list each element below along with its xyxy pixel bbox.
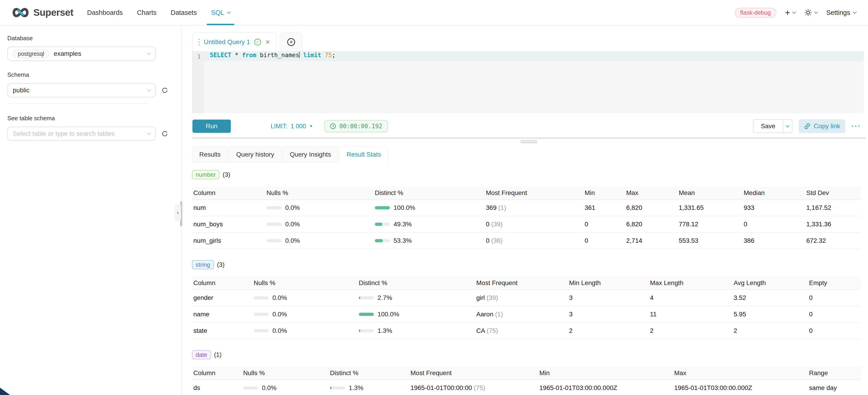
stat-value-cell: 933 (744, 204, 806, 211)
stat-value-cell: 1,331.36 (806, 221, 861, 228)
stat-value-cell: 778.12 (679, 221, 744, 228)
column-count: (1) (214, 351, 222, 358)
column-header: Max Length (650, 279, 734, 287)
settings-menu[interactable]: Settings (826, 9, 856, 17)
column-header: Column (193, 189, 267, 196)
copy-link-button[interactable]: Copy link (799, 119, 845, 133)
save-options-button[interactable] (783, 119, 792, 133)
distinct-bar-cell: 1.3% (359, 327, 476, 334)
column-header: Mean (679, 189, 744, 196)
environment-badge: flask-debug (735, 8, 776, 18)
nulls-bar-cell: 0.0% (267, 204, 375, 211)
sql-editor[interactable]: 1 SELECT * from birth_names limit 75; (192, 51, 864, 113)
new-item-menu[interactable]: + (785, 8, 796, 17)
column-name-cell: ds (193, 384, 243, 392)
percent-bar (359, 296, 374, 299)
most-frequent-cell: 369 (1) (486, 204, 585, 211)
percent-bar (375, 239, 390, 242)
panel-splitter[interactable] (192, 138, 866, 139)
tab-query-insights[interactable]: Query Insights (282, 146, 338, 163)
tab-result-stats[interactable]: Result Stats (339, 146, 388, 163)
result-tabs: Results Query history Query Insights Res… (192, 146, 868, 163)
new-query-tab-button[interactable]: + (280, 32, 303, 51)
stats-table-header: ColumnNulls %Distinct %Most FrequentMinM… (192, 367, 861, 380)
stat-value-cell: 2 (569, 327, 650, 334)
stat-value-cell: 11 (650, 311, 734, 318)
brand-title: Superset (33, 7, 73, 18)
column-header: Min (585, 189, 626, 196)
stat-value-cell: 6,820 (626, 204, 679, 211)
table-select[interactable]: Select table or type to search tables (7, 127, 156, 141)
refresh-tables-icon[interactable] (161, 130, 168, 137)
more-actions-button[interactable]: ··· (851, 122, 861, 130)
stats-row: ds0.0%1.3%1965-01-01T00:00:00 (75)1965-0… (192, 380, 861, 395)
most-frequent-cell: Aaron (1) (476, 311, 569, 318)
stats-row: num0.0%100.0%369 (1)3616,8201,331.659331… (192, 200, 861, 216)
stat-value-cell: 0 (809, 311, 861, 318)
nav-item-sql[interactable]: SQL (211, 0, 230, 25)
line-number: 1 (197, 54, 201, 60)
stat-value-cell: 386 (744, 237, 806, 244)
nav-item-charts[interactable]: Charts (137, 0, 156, 25)
stat-value-cell: 0 (585, 221, 626, 228)
column-header: Max (674, 369, 809, 377)
nav-item-datasets[interactable]: Datasets (171, 0, 197, 25)
distinct-bar-cell: 1.3% (330, 384, 410, 392)
distinct-bar-cell: 100.0% (359, 311, 476, 318)
database-name: examples (54, 50, 143, 57)
drag-handle-icon[interactable] (198, 39, 200, 40)
schema-select[interactable]: public (7, 83, 156, 97)
column-header: Most Frequent (410, 369, 539, 377)
stats-section-string: string(3)ColumnNulls %Distinct %Most Fre… (192, 260, 861, 339)
database-select[interactable]: postgresql examples (7, 47, 156, 61)
query-tab[interactable]: Untitled Query 1 ✓ ✕ (192, 32, 277, 51)
percent-label: 100.0% (394, 204, 415, 211)
mouse-cursor (0, 386, 10, 395)
collapse-sidebar-button[interactable]: ‹ (175, 204, 181, 221)
most-frequent-cell: CA (75) (476, 327, 569, 334)
stats-table-header: ColumnNulls %Distinct %Most FrequentMin … (192, 277, 861, 290)
distinct-bar-cell: 53.3% (375, 237, 486, 244)
drag-handle-icon[interactable] (521, 140, 537, 141)
tab-query-history[interactable]: Query history (229, 146, 282, 163)
chevron-down-icon (147, 88, 151, 92)
plus-circle-icon: + (287, 38, 295, 46)
plus-icon: + (785, 8, 790, 17)
save-split-button[interactable]: Save (753, 119, 792, 133)
superset-logo-icon (12, 7, 29, 18)
brand[interactable]: Superset (12, 7, 73, 18)
nav-item-dashboards[interactable]: Dashboards (87, 0, 123, 25)
limit-dropdown[interactable]: LIMIT: 1 000 ▼ (271, 123, 313, 130)
nulls-bar-cell: 0.0% (254, 294, 359, 302)
sql-lab-app: Superset Dashboards Charts Datasets SQL … (0, 0, 868, 395)
column-header: Distinct % (359, 279, 476, 287)
nulls-bar-cell: 0.0% (243, 384, 330, 392)
column-header: Column (193, 369, 243, 377)
save-button[interactable]: Save (753, 119, 783, 133)
type-badge-date: date (192, 350, 211, 359)
main-nav: Dashboards Charts Datasets SQL (87, 0, 230, 25)
chevron-down-icon (853, 10, 857, 14)
stat-value-cell: 1,167.52 (806, 204, 861, 211)
theme-toggle-menu[interactable] (804, 9, 817, 17)
refresh-schemas-icon[interactable] (161, 87, 168, 94)
stat-value-cell: 3.52 (734, 294, 809, 302)
percent-bar (267, 239, 282, 242)
column-header: Distinct % (330, 369, 410, 377)
percent-label: 0.0% (272, 327, 287, 334)
editor-code-area[interactable]: SELECT * from birth_names limit 75; (204, 52, 864, 113)
column-header: Distinct % (375, 189, 486, 196)
stats-table-header: ColumnNulls %Distinct %Most FrequentMinM… (192, 186, 861, 200)
sql-lab-sidebar: Database postgresql examples Schema publ… (0, 26, 182, 395)
clock-icon (330, 123, 336, 129)
column-header: Nulls % (254, 279, 359, 287)
close-icon[interactable]: ✕ (265, 39, 270, 46)
column-header: Column (193, 279, 254, 287)
sql-statement: SELECT * from birth_names limit 75; (204, 52, 864, 61)
column-header: Min Length (569, 279, 650, 287)
stat-value-cell: 1965-01-01T03:00:00.000Z (674, 384, 809, 392)
column-name-cell: state (193, 327, 254, 334)
database-label: Database (7, 35, 181, 43)
tab-results[interactable]: Results (192, 146, 228, 163)
run-button[interactable]: Run (192, 120, 231, 133)
